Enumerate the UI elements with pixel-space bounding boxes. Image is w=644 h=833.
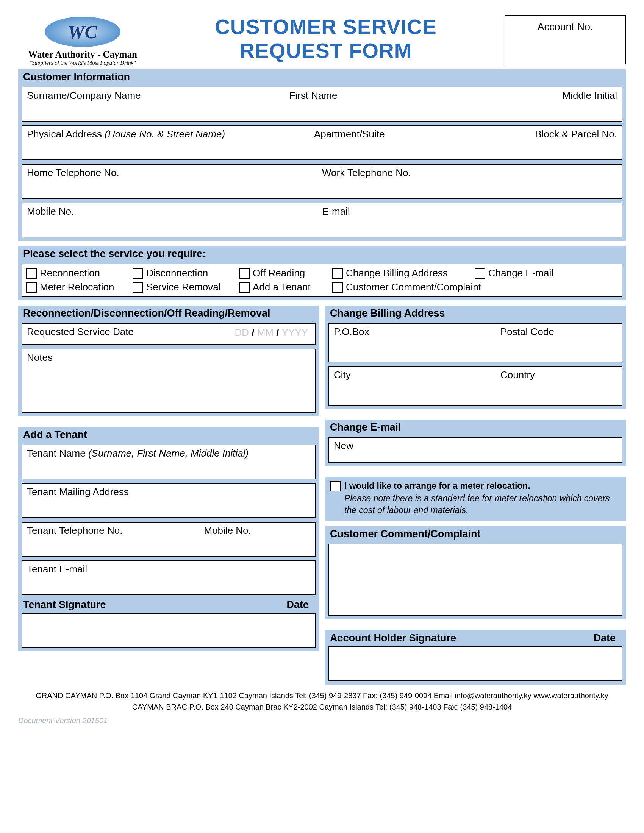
hometel-label: Home Telephone No. [27,167,119,178]
tenant-signature-label: Tenant Signature [19,598,283,613]
rdo-panel: Reconnection/Disconnection/Off Reading/R… [18,306,319,416]
customer-info-panel: Customer Information Surname/Company Nam… [18,69,626,241]
tenant-tel-label: Tenant Telephone No. [27,525,123,536]
comment-heading: Customer Comment/Complaint [326,527,625,542]
option-add-tenant[interactable]: Add a Tenant [239,281,330,293]
tenant-tel-row[interactable]: Tenant Telephone No. Mobile No. [22,522,316,556]
physaddr-label: Physical Address [27,129,105,140]
billing-heading: Change Billing Address [326,307,625,321]
postal-label: Postal Code [501,326,554,338]
tenant-email-field[interactable]: Tenant E-mail [22,560,316,595]
footer-line1: GRAND CAYMAN P.O. Box 1104 Grand Cayman … [18,690,626,701]
notes-field[interactable]: Notes [22,349,316,413]
worktel-label: Work Telephone No. [322,167,411,178]
org-name: Water Authority - Cayman [18,49,147,60]
checkbox-icon[interactable] [133,268,143,279]
block-label: Block & Parcel No. [535,129,617,140]
customer-info-heading: Customer Information [19,71,625,84]
req-date-label: Requested Service Date [27,326,134,338]
checkbox-icon[interactable] [239,268,250,279]
option-disconnection[interactable]: Disconnection [133,267,237,279]
title-line2: REQUEST FORM [240,39,412,63]
option-service-removal[interactable]: Service Removal [133,281,237,293]
mobile-email-row[interactable]: Mobile No. E-mail [22,203,622,237]
title-line1: CUSTOMER SERVICE [215,15,436,39]
meter-line2: Please note there is a standard fee for … [345,491,621,516]
firstname-label: First Name [289,90,337,101]
doc-version: Document Version 201501 [18,716,626,725]
holder-date-label: Date [589,631,625,646]
logo-initials: WC [68,21,97,43]
date-format-hint: DD / MM / YYYY [235,327,308,338]
org-tagline: "Suppliers of the World's Most Popular D… [18,60,147,66]
checkbox-icon[interactable] [26,268,37,279]
notes-label: Notes [27,352,53,363]
option-change-email[interactable]: Change E-mail [475,267,554,279]
comment-panel: Customer Comment/Complaint [325,526,626,619]
email-label: E-mail [322,206,350,217]
surname-label: Surname/Company Name [27,90,141,101]
tenant-heading: Add a Tenant [19,428,318,442]
tenant-name-hint: (Surname, First Name, Middle Initial) [88,447,248,459]
option-change-billing[interactable]: Change Billing Address [332,267,472,279]
billing-panel: Change Billing Address P.O.Box Postal Co… [325,306,626,409]
checkbox-icon[interactable] [239,282,250,293]
holder-signature-panel: Account Holder Signature Date [325,630,626,685]
left-column: Reconnection/Disconnection/Off Reading/R… [18,306,319,651]
checkbox-icon[interactable] [332,282,343,293]
apt-label: Apartment/Suite [314,129,385,140]
header-row: WC Water Authority - Cayman "Suppliers o… [18,15,626,66]
meter-relocation-block: I would like to arrange for a meter relo… [325,477,626,521]
meter-line1: I would like to arrange for a meter relo… [345,481,621,491]
logo-block: WC Water Authority - Cayman "Suppliers o… [18,15,147,66]
service-select-heading: Please select the service you require: [19,247,625,261]
tenant-date-label: Date [283,598,318,613]
pobox-postal-row[interactable]: P.O.Box Postal Code [328,323,622,362]
meter-checkbox[interactable] [330,481,341,492]
checkbox-icon[interactable] [133,282,143,293]
new-email-field[interactable]: New [328,437,622,463]
checkbox-icon[interactable] [332,268,343,279]
option-off-reading[interactable]: Off Reading [239,267,330,279]
details-columns: Reconnection/Disconnection/Off Reading/R… [18,306,626,685]
holder-signature-field[interactable] [328,646,622,681]
option-comment-complaint[interactable]: Customer Comment/Complaint [332,281,481,293]
physaddr-hint: (House No. & Street Name) [105,129,225,140]
checkbox-icon[interactable] [26,282,37,293]
form-title: CUSTOMER SERVICE REQUEST FORM [155,15,497,63]
mobile-label: Mobile No. [27,206,74,217]
pobox-label: P.O.Box [334,326,369,338]
change-email-panel: Change E-mail New [325,420,626,466]
tenant-mobile-label: Mobile No. [204,525,251,536]
city-label: City [334,369,351,381]
page: WC Water Authority - Cayman "Suppliers o… [0,0,644,737]
tenant-mail-field[interactable]: Tenant Mailing Address [22,483,316,518]
footer-line2: CAYMAN BRAC P.O. Box 240 Cayman Brac KY2… [18,701,626,712]
change-email-heading: Change E-mail [326,421,625,435]
right-column: Change Billing Address P.O.Box Postal Co… [325,306,626,685]
add-tenant-panel: Add a Tenant Tenant Name (Surname, First… [18,427,319,651]
mi-label: Middle Initial [562,90,617,101]
country-label: Country [501,369,535,381]
address-row[interactable]: Physical Address (House No. & Street Nam… [22,125,622,160]
requested-service-date-field[interactable]: Requested Service Date DD / MM / YYYY [22,323,316,345]
account-number-field[interactable]: Account No. [505,15,626,64]
name-row[interactable]: Surname/Company Name First Name Middle I… [22,87,622,122]
holder-signature-label: Account Holder Signature [326,631,589,646]
option-meter-relocation[interactable]: Meter Relocation [26,281,130,293]
tenant-signature-field[interactable] [22,613,316,648]
footer: GRAND CAYMAN P.O. Box 1104 Grand Cayman … [18,690,626,712]
tenant-email-label: Tenant E-mail [27,563,87,575]
telephone-row[interactable]: Home Telephone No. Work Telephone No. [22,164,622,199]
checkbox-icon[interactable] [475,268,485,279]
comment-field[interactable] [328,544,622,616]
tenant-name-field[interactable]: Tenant Name (Surname, First Name, Middle… [22,444,316,479]
service-select-panel: Please select the service you require: R… [18,246,626,300]
city-country-row[interactable]: City Country [328,366,622,405]
tenant-mail-label: Tenant Mailing Address [27,486,129,497]
rdo-heading: Reconnection/Disconnection/Off Reading/R… [19,307,318,321]
new-email-label: New [334,440,353,451]
option-reconnection[interactable]: Reconnection [26,267,130,279]
logo-icon: WC [45,17,121,47]
account-number-label: Account No. [537,21,593,32]
